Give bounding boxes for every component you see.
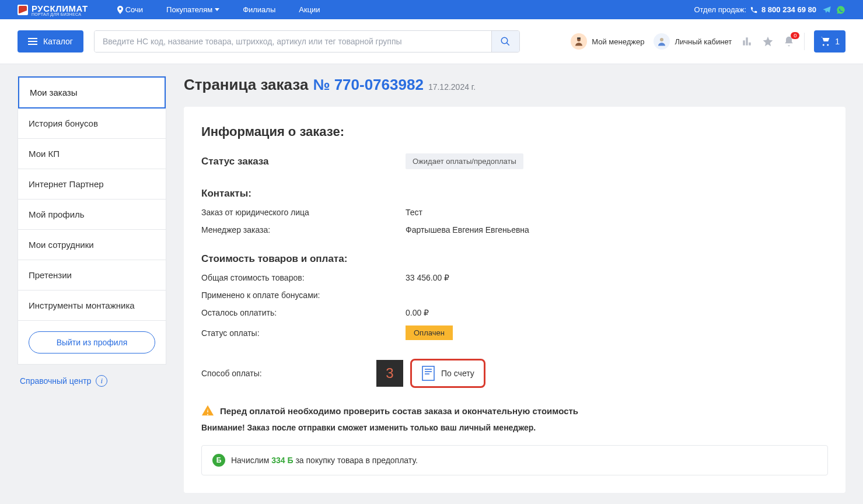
logout-button[interactable]: Выйти из профиля — [29, 331, 155, 354]
cabinet-label: Личный кабинет — [675, 37, 732, 46]
contacts-header: Контакты: — [201, 188, 406, 200]
remain-value: 0.00 ₽ — [406, 308, 429, 317]
bonus-box: Б Начислим 334 Б за покупку товара в пре… — [201, 445, 828, 475]
legal-value: Тест — [406, 208, 422, 217]
logo[interactable]: РУСКЛИМАТ ПОРТАЛ ДЛЯ БИЗНЕСА — [18, 4, 88, 16]
page-title: Страница заказа № 770-0763982 17.12.2024… — [184, 76, 845, 94]
logo-icon — [18, 5, 28, 15]
notif-badge: 0 — [791, 32, 799, 39]
step-badge: 3 — [376, 360, 403, 387]
bonus-value: 334 Б — [271, 456, 293, 465]
invoice-icon — [421, 365, 435, 382]
pay-status-label: Статус оплаты: — [201, 328, 406, 338]
city-selector[interactable]: Сочи — [117, 5, 143, 14]
sidebar-item-tools[interactable]: Инструменты монтажника — [18, 290, 166, 321]
catalog-button[interactable]: Каталог — [18, 30, 83, 52]
cart-button[interactable]: 1 — [814, 30, 845, 52]
total-label: Общая стоимость товаров: — [201, 273, 406, 282]
nav-label: Акции — [299, 5, 320, 14]
nav-buyers[interactable]: Покупателям — [166, 5, 219, 14]
page: Мои заказы История бонусов Мои КП Интерн… — [0, 64, 863, 504]
side-menu: Мои заказы История бонусов Мои КП Интерн… — [18, 76, 166, 365]
city-label: Сочи — [125, 5, 143, 14]
sales-label: Отдел продаж: — [694, 5, 746, 14]
menu-icon — [28, 38, 37, 45]
info-header: Информация о заказе: — [201, 124, 828, 139]
pay-method-value: По счету — [441, 369, 474, 378]
help-label: Справочный центр — [20, 376, 91, 386]
search-button[interactable] — [491, 31, 519, 52]
order-date: 17.12.2024 г. — [428, 82, 476, 92]
chevron-down-icon — [215, 8, 219, 11]
sidebar-item-profile[interactable]: Мой профиль — [18, 200, 166, 230]
pay-method-box[interactable]: По счету — [410, 359, 485, 388]
notifications-icon[interactable]: 0 — [783, 36, 795, 47]
whatsapp-icon[interactable] — [836, 5, 845, 15]
bonus-icon: Б — [212, 454, 225, 467]
status-label: Статус заказа — [201, 156, 406, 167]
warning-row: Перед оплатой необходимо проверить соста… — [201, 404, 828, 417]
bonus-post: за покупку товара в предоплату. — [294, 456, 418, 465]
sidebar-item-claims[interactable]: Претензии — [18, 260, 166, 290]
search-input[interactable] — [95, 31, 491, 52]
favorites-icon[interactable] — [762, 36, 774, 47]
sidebar-item-kp[interactable]: Мои КП — [18, 139, 166, 169]
title-text: Страница заказа — [184, 76, 308, 94]
sidebar-item-partner[interactable]: Интернет Партнер — [18, 169, 166, 200]
warning-icon — [201, 404, 214, 417]
nav-branches[interactable]: Филиалы — [243, 5, 275, 14]
cart-icon — [820, 36, 831, 47]
total-value: 33 456.00 ₽ — [406, 273, 449, 282]
order-status-value: Ожидает оплаты/предоплаты — [406, 153, 523, 169]
nav-label: Филиалы — [243, 5, 275, 14]
order-info-card: Информация о заказе: Статус заказа Ожида… — [184, 107, 845, 493]
svg-rect-2 — [577, 37, 581, 38]
top-nav: Сочи Покупателям Филиалы Акции — [117, 5, 320, 14]
sales-phone: Отдел продаж: 8 800 234 69 80 — [694, 5, 816, 14]
phone-number[interactable]: 8 800 234 69 80 — [761, 5, 816, 14]
phone-icon — [750, 6, 758, 14]
search-icon — [500, 36, 511, 47]
manager-order-value: Фартышева Евгения Евгеньевна — [406, 225, 529, 235]
attention-text: Внимание! Заказ после отправки сможет из… — [201, 423, 828, 432]
svg-point-3 — [660, 38, 663, 41]
telegram-icon[interactable] — [822, 5, 831, 15]
cost-header: Стоимость товаров и оплата: — [201, 253, 406, 265]
pay-status-value: Оплачен — [406, 326, 453, 340]
remain-label: Осталось оплатить: — [201, 308, 406, 317]
manager-label: Мой менеджер — [592, 37, 644, 46]
topbar: РУСКЛИМАТ ПОРТАЛ ДЛЯ БИЗНЕСА Сочи Покупа… — [0, 0, 863, 19]
pay-method-label: Способ оплаты: — [201, 369, 376, 378]
manager-order-label: Менеджер заказа: — [201, 225, 406, 235]
sidebar-item-employees[interactable]: Мои сотрудники — [18, 230, 166, 260]
cart-count: 1 — [835, 37, 840, 46]
help-center-link[interactable]: Справочный центр i — [18, 375, 166, 387]
search-wrap — [94, 30, 520, 52]
nav-label: Покупателям — [166, 5, 212, 14]
sidebar-item-orders[interactable]: Мои заказы — [18, 76, 166, 108]
stats-icon[interactable] — [741, 36, 753, 47]
nav-promos[interactable]: Акции — [299, 5, 320, 14]
sidebar: Мои заказы История бонусов Мои КП Интерн… — [18, 76, 166, 387]
sidebar-item-bonus-history[interactable]: История бонусов — [18, 108, 166, 139]
svg-rect-4 — [422, 366, 434, 380]
warning-text: Перед оплатой необходимо проверить соста… — [220, 406, 578, 416]
toolbar: Каталог Мой менеджер Личный кабинет 0 1 — [0, 19, 863, 64]
order-number[interactable]: № 770-0763982 — [313, 76, 423, 94]
bonus-applied-label: Применено к оплате бонусами: — [201, 290, 406, 300]
user-avatar-icon — [654, 33, 670, 50]
svg-point-0 — [502, 37, 508, 44]
bonus-pre: Начислим — [231, 456, 271, 465]
catalog-label: Каталог — [43, 37, 73, 46]
manager-avatar-icon — [571, 33, 587, 50]
divider — [804, 33, 805, 50]
logo-subtext: ПОРТАЛ ДЛЯ БИЗНЕСА — [32, 12, 88, 16]
my-manager-link[interactable]: Мой менеджер — [571, 33, 644, 50]
legal-label: Заказ от юридического лица — [201, 208, 406, 217]
personal-cabinet-link[interactable]: Личный кабинет — [654, 33, 732, 50]
main-content: Страница заказа № 770-0763982 17.12.2024… — [184, 76, 845, 493]
location-icon — [117, 6, 123, 14]
info-icon: i — [96, 375, 107, 387]
